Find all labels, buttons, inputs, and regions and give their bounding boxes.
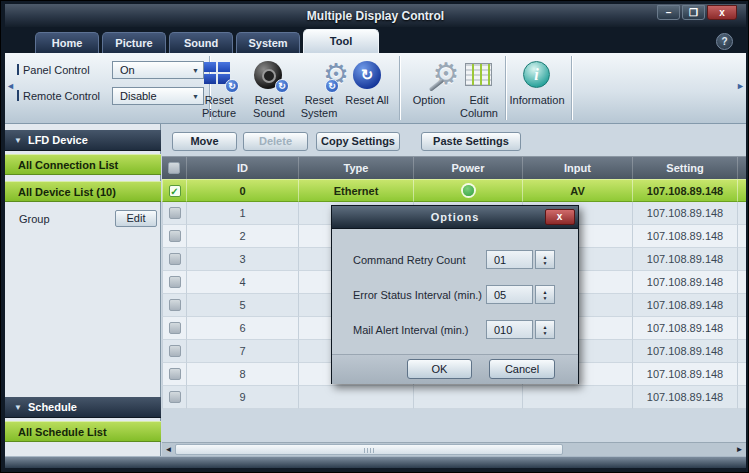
paste-settings-button[interactable]: Paste Settings [421,132,521,151]
cell-input [522,386,632,409]
scrollbar-thumb[interactable] [175,444,563,455]
dialog-title-bar: Options x [332,206,578,229]
maximize-button[interactable]: ❐ [682,5,705,20]
cell-id: 0 [186,180,298,202]
row-checkbox[interactable] [169,230,181,242]
panel-control-select[interactable]: On ▼ [112,61,204,79]
row-checkbox[interactable] [169,207,181,219]
cell-spare [737,225,746,248]
ok-button[interactable]: OK [407,359,472,379]
spinner-down-icon[interactable]: ▼ [543,295,548,301]
row-checkbox[interactable] [169,276,181,288]
dialog-close-button[interactable]: x [545,209,575,225]
cancel-button[interactable]: Cancel [489,359,555,379]
group-edit-button[interactable]: Edit [115,210,157,227]
cell-setting: 107.108.89.148 [632,248,737,271]
cell-id: 7 [186,340,298,363]
dialog-field-row: Error Status Interval (min.) 05 ▲ ▼ [332,285,578,305]
panel-control-label: Panel Control [23,64,90,76]
refresh-icon: ↻ [350,58,384,92]
option-button[interactable]: ⚙ Option [403,58,455,107]
mail-alert-interval-label: Mail Alert Interval (min.) [353,324,469,336]
column-header-setting[interactable]: Setting [632,157,737,179]
column-header-type[interactable]: Type [298,157,413,179]
column-header-power[interactable]: Power [413,157,522,179]
row-checkbox[interactable] [169,299,181,311]
cell-setting: 107.108.89.148 [632,363,737,386]
cell-input: AV [522,180,632,202]
edit-column-button[interactable]: Edit Column [453,58,505,119]
cell-type: Ethernet [298,180,413,202]
chevron-down-icon: ▼ [14,136,22,145]
cell-id: 9 [186,386,298,409]
mail-alert-interval-field[interactable]: 010 [486,320,533,339]
row-checkbox[interactable] [169,345,181,357]
cell-type [298,386,413,409]
minimize-button[interactable]: – [657,5,680,20]
error-status-interval-spinner[interactable]: ▲ ▼ [535,285,555,304]
move-button[interactable]: Move [172,132,237,151]
cell-setting: 107.108.89.148 [632,225,737,248]
close-button[interactable]: x [707,5,737,20]
row-checkbox[interactable] [169,368,181,380]
information-button[interactable]: i Information [509,58,565,107]
row-checkbox[interactable] [169,253,181,265]
copy-settings-button[interactable]: Copy Settings [316,132,400,151]
column-header-id[interactable]: ID [186,157,298,179]
table-header: ID Type Power Input Setting [162,156,746,179]
cell-spare [737,386,746,409]
sidebar-item-all-device-list[interactable]: All Device List (10) [5,181,161,202]
tab-system[interactable]: System [236,32,300,53]
reset-system-button[interactable]: ⚙ ↻ Reset System [293,58,345,119]
cell-spare [737,180,746,202]
remote-control-select[interactable]: Disable ▼ [112,87,204,105]
toolbar-scroll-right-icon[interactable]: ► [736,81,745,91]
sidebar-item-all-schedule-list[interactable]: All Schedule List [5,421,161,442]
row-checkbox[interactable] [169,391,181,403]
group-row: Group Edit [5,208,161,232]
display-grid-icon: ↻ [202,58,236,92]
dialog-field-row: Mail Alert Interval (min.) 010 ▲ ▼ [332,320,578,340]
row-checkbox[interactable] [169,322,181,334]
command-retry-count-field[interactable]: 01 [486,250,533,269]
column-header-spare [737,157,746,179]
table-row[interactable]: ✓ 0 Ethernet AV 107.108.89.148 [162,179,746,202]
scroll-right-icon[interactable]: ► [733,443,746,457]
scroll-left-icon[interactable]: ◄ [162,443,175,457]
label-tick-icon [17,64,19,75]
mail-alert-interval-spinner[interactable]: ▲ ▼ [535,320,555,339]
tab-tool[interactable]: Tool [303,29,379,53]
command-retry-count-spinner[interactable]: ▲ ▼ [535,250,555,269]
cell-setting: 107.108.89.148 [632,271,737,294]
cell-setting: 107.108.89.148 [632,202,737,225]
column-header-input[interactable]: Input [522,157,632,179]
sidebar-item-all-connection-list[interactable]: All Connection List [5,154,161,175]
tab-picture[interactable]: Picture [102,32,166,53]
horizontal-scrollbar[interactable]: ◄ ► [162,442,746,456]
sidebar-section-schedule[interactable]: ▼ Schedule [5,397,161,418]
cell-id: 3 [186,248,298,271]
window-title: Multiple Display Control [307,9,444,23]
cell-spare [737,294,746,317]
tab-bar: Home Picture Sound System Tool ? [5,27,746,53]
help-button[interactable]: ? [716,33,733,50]
refresh-badge-icon: ↻ [225,79,239,93]
tab-home[interactable]: Home [35,32,99,53]
reset-picture-button[interactable]: ↻ Reset Picture [193,58,245,119]
tab-sound[interactable]: Sound [169,32,233,53]
spinner-down-icon[interactable]: ▼ [543,260,548,266]
refresh-badge-icon: ↻ [325,79,339,93]
select-all-checkbox[interactable] [168,162,180,174]
header-checkbox-cell[interactable] [162,157,186,179]
sidebar-section-lfd-device[interactable]: ▼ LFD Device [5,130,161,151]
row-checkbox[interactable]: ✓ [169,185,181,197]
sidebar: ▼ LFD Device All Connection List All Dev… [5,124,161,456]
spinner-down-icon[interactable]: ▼ [543,330,548,336]
reset-sound-button[interactable]: ↻ Reset Sound [243,58,295,119]
reset-all-button[interactable]: ↻ Reset All [341,58,393,107]
cell-spare [737,202,746,225]
app-window: Multiple Display Control – ❐ x Home Pict… [0,0,749,473]
table-row[interactable]: 9 107.108.89.148 [162,386,746,409]
command-retry-count-label: Command Retry Count [353,254,466,266]
error-status-interval-field[interactable]: 05 [486,285,533,304]
